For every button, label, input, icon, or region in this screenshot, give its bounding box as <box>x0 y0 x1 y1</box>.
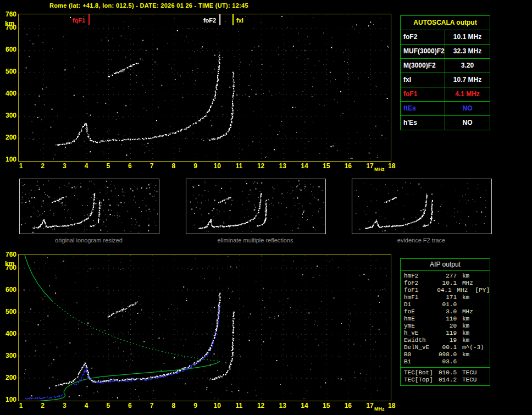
aip-row: B103.6 <box>404 358 490 366</box>
aip-row: hmF1171km <box>404 294 490 301</box>
x-tick-label: 2 <box>36 163 49 169</box>
autoscala-row-label: foF2 <box>401 30 445 44</box>
y-tick-label: 760 <box>1 11 16 18</box>
aip-row-label: B0 <box>404 351 436 358</box>
y-tick-label: 760 <box>1 251 16 258</box>
aip-row: hmF2277km <box>404 273 490 280</box>
aip-row-unit: MHz <box>462 308 473 316</box>
tec-row-unit: TECU <box>462 369 476 377</box>
x-tick-label: 18 <box>385 163 398 169</box>
thumbnail-original-canvas <box>20 179 159 234</box>
x-tick-label: 15 <box>320 402 333 409</box>
y-tick-label: 500 <box>1 68 16 75</box>
aip-row: D101.0 <box>404 301 490 308</box>
x-tick-label: 6 <box>123 402 136 409</box>
aip-row-value: 3.0 <box>436 308 457 316</box>
autoscala-output-header: AUTOSCALA output <box>401 16 490 30</box>
x-tick-label: 2 <box>36 402 49 409</box>
thumbnail-caption-evidence: evidence F2 trace <box>351 237 491 244</box>
autoscala-row-label: M(3000)F2 <box>401 59 445 73</box>
x-tick-label: 7 <box>145 163 158 169</box>
marker-label-foF1: foF1 <box>73 17 85 24</box>
aip-row: B0098.0km <box>404 351 490 358</box>
y-tick-label: 500 <box>1 308 16 315</box>
x-tick-label: 7 <box>145 402 158 409</box>
aip-row-unit: m^(-3) <box>462 344 484 351</box>
aip-row-value: 20 <box>436 323 457 330</box>
autoscala-row: foF14.1 MHz <box>401 87 490 102</box>
aip-row-label: B1 <box>404 358 436 366</box>
x-tick-label: 3 <box>58 402 71 409</box>
aip-row-value: 19 <box>436 337 457 344</box>
autoscala-row-value: 10.7 MHz <box>445 73 490 87</box>
thumbnail-caption-original: original ionogram resized <box>19 237 159 244</box>
autoscala-row: h'EsNO <box>401 116 490 130</box>
autoscala-row-value: 4.1 MHz <box>445 87 490 101</box>
x-tick-label: 9 <box>189 402 202 409</box>
autoscala-row-label: fxI <box>401 73 445 87</box>
ionogram-canvas: foF1foF2fxI <box>19 14 391 161</box>
x-tick-label: 1 <box>14 402 27 409</box>
thumbnail-eliminate-reflections <box>186 179 326 234</box>
y-tick-label: 600 <box>1 46 16 53</box>
station-date-title: Rome (lat: +41.8, lon: 012.5) - DATE: 20… <box>49 2 248 9</box>
autoscala-row-label: MUF(3000)F2 <box>401 45 445 58</box>
aip-row-value: 277 <box>436 273 457 280</box>
thumbnail-evidence-f2 <box>352 179 492 234</box>
marker-line-foF1 <box>88 14 90 25</box>
aip-row-label: foF1 <box>404 287 433 294</box>
autoscala-row-label: h'Es <box>401 116 445 130</box>
aip-row-value: 10.1 <box>436 280 457 287</box>
x-tick-label: 9 <box>189 163 202 169</box>
profile-canvas <box>19 254 391 401</box>
autoscala-output-table: AUTOSCALA output foF210.1 MHzMUF(3000)F2… <box>400 15 490 130</box>
x-tick-label: 15 <box>320 163 333 169</box>
y-tick-label: 300 <box>1 112 16 119</box>
autoscala-row: foF210.1 MHz <box>401 30 490 45</box>
autoscala-row: MUF(3000)F232.3 MHz <box>401 45 490 59</box>
aip-row-label: DelN_vE <box>404 344 436 351</box>
aip-row-unit: km <box>462 330 469 337</box>
marker-line-fxI <box>232 14 234 25</box>
aip-row-unit: km <box>462 294 469 301</box>
x-tick-label: 13 <box>276 163 289 169</box>
aip-output-table: AIP output hmF2277kmfoF210.1MHzfoF104.1M… <box>400 258 490 386</box>
y-tick-label: 300 <box>1 352 16 359</box>
thumbnail-original-ionogram <box>19 179 159 234</box>
y-tick-label: 700 <box>1 24 16 31</box>
x-tick-label: 5 <box>102 402 115 409</box>
aip-output-header: AIP output <box>401 259 490 271</box>
x-tick-label: 8 <box>167 163 180 169</box>
autoscala-window: Rome (lat: +41.8, lon: 012.5) - DATE: 20… <box>0 0 532 415</box>
x-tick-label: 17 <box>363 163 376 169</box>
marker-line-foF2 <box>219 14 220 25</box>
x-tick-label: 14 <box>298 402 311 409</box>
x-tick-label: 4 <box>80 163 93 169</box>
aip-row-unit: km <box>462 351 469 358</box>
y-tick-label: 700 <box>1 264 16 271</box>
tec-row-label: TEC[Bot] <box>404 369 436 377</box>
x-tick-label: 1 <box>14 163 27 169</box>
marker-label-fxI: fxI <box>236 17 243 24</box>
aip-row-unit: MHz <box>462 280 473 287</box>
x-tick-label: 5 <box>102 163 115 169</box>
x-tick-label: 11 <box>232 402 246 409</box>
x-tick-label: 12 <box>254 163 268 169</box>
x-tick-label: 12 <box>254 402 268 409</box>
x-tick-label: 10 <box>210 163 224 169</box>
aip-row-unit: km <box>462 273 469 280</box>
aip-row-label: foE <box>404 308 436 316</box>
x-tick-label: 14 <box>298 163 311 169</box>
y-tick-label: 400 <box>1 90 16 97</box>
tec-row: TEC[Bot]010.5TECU <box>404 369 490 377</box>
aip-row: Ewidth19km <box>404 337 490 344</box>
aip-row-unit: km <box>462 323 469 330</box>
autoscala-row-value: 3.20 <box>445 59 490 73</box>
autoscala-row-value: NO <box>445 102 490 115</box>
profile-plot <box>18 254 391 401</box>
aip-row-value: 04.1 <box>433 287 451 294</box>
x-tick-label: 8 <box>167 402 180 409</box>
aip-row-label: ymE <box>404 323 436 330</box>
aip-row: h_vE119km <box>404 330 490 337</box>
x-tick-label: 18 <box>385 402 398 409</box>
